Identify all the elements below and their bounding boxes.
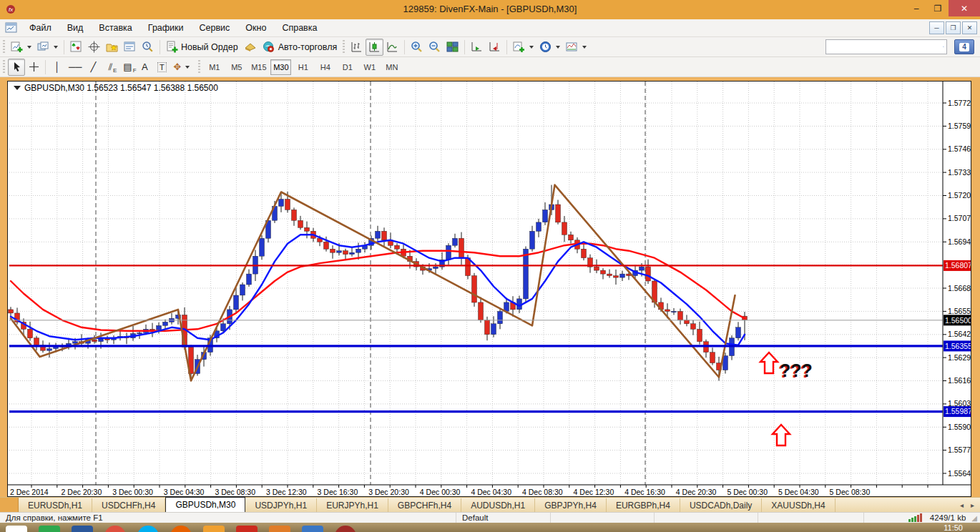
taskbar-icon-skype[interactable] xyxy=(137,526,159,532)
price-axis[interactable]: 1.577201.575901.574601.573301.572001.570… xyxy=(943,82,971,485)
chart-canvas[interactable]: 1.577201.575901.574601.573301.572001.570… xyxy=(8,82,971,496)
toolbar-grip[interactable] xyxy=(3,40,5,54)
taskbar-icon-chrome[interactable] xyxy=(104,526,126,532)
svg-text:4 Dec 20:30: 4 Dec 20:30 xyxy=(676,488,717,496)
text-label-tool-button[interactable]: T xyxy=(153,59,170,76)
window-minimize-button[interactable]: – xyxy=(906,0,927,16)
resize-grip-icon[interactable]: ◢ xyxy=(971,514,977,522)
window-maximize-button[interactable]: ❐ xyxy=(927,0,949,16)
new-order-button[interactable]: Новый Ордер xyxy=(163,39,241,56)
fibonacci-tool-button[interactable]: ▤F xyxy=(119,59,136,76)
toolbar-grip[interactable] xyxy=(343,40,345,54)
taskbar-icon-photos[interactable] xyxy=(203,526,225,532)
chart-tab-usdjpyh-h1[interactable]: USDJPYh,H1 xyxy=(245,498,317,512)
timeframe-h4[interactable]: H4 xyxy=(315,59,335,75)
search-icon[interactable] xyxy=(943,41,944,52)
chart-tab-eurusdh-h1[interactable]: EURUSDh,H1 xyxy=(19,498,92,512)
templ​ates-button[interactable] xyxy=(563,39,589,56)
menu-item-3[interactable]: Графики xyxy=(140,21,192,34)
mdi-close-button[interactable]: ✕ xyxy=(962,21,977,34)
menu-item-1[interactable]: Вид xyxy=(59,21,92,34)
cursor-tool-button[interactable] xyxy=(8,59,25,76)
terminal-button[interactable] xyxy=(121,39,139,56)
svg-text:5 Dec 04:30: 5 Dec 04:30 xyxy=(778,488,819,496)
taskbar-icon-settings[interactable] xyxy=(236,526,258,532)
timeframe-m1[interactable]: M1 xyxy=(204,59,225,75)
workspace: 1.577201.575901.574601.573301.572001.570… xyxy=(0,77,980,497)
chart-tab-usdcadh-daily[interactable]: USDCADh,Daily xyxy=(680,498,762,512)
svg-text:5 Dec 00:30: 5 Dec 00:30 xyxy=(727,488,768,496)
menu-item-0[interactable]: Файл xyxy=(21,21,59,34)
svg-text:3 Dec 12:30: 3 Dec 12:30 xyxy=(266,488,307,496)
status-profile[interactable]: Default xyxy=(456,513,551,523)
text-tool-button[interactable]: A xyxy=(136,59,153,76)
chart-tab-usdchfh-h4[interactable]: USDCHFh,H4 xyxy=(92,498,165,512)
taskbar-icon-firefox[interactable] xyxy=(170,526,192,532)
profiles-button[interactable] xyxy=(34,39,61,56)
auto-scroll-button[interactable] xyxy=(468,39,486,56)
menu-item-5[interactable]: Окно xyxy=(237,21,274,34)
trendline-tool-button[interactable]: ╱ xyxy=(84,59,102,76)
window-close-button[interactable]: ✕ xyxy=(949,0,980,16)
data-window-button[interactable] xyxy=(85,39,103,56)
tile-windows-button[interactable] xyxy=(444,39,461,56)
annotation-layer[interactable]: ?????? xyxy=(760,353,813,445)
timeframe-m15[interactable]: M15 xyxy=(248,59,269,75)
autotrade-button[interactable]: Авто-торговля xyxy=(260,39,340,56)
arrows-tool-button[interactable]: ✥ xyxy=(170,59,192,76)
periods-button[interactable] xyxy=(536,39,563,56)
candlestick-chart-type-button[interactable] xyxy=(366,39,383,56)
chart-tab-eurgbph-h4[interactable]: EURGBPh,H4 xyxy=(607,498,680,512)
zoom-in-button[interactable] xyxy=(408,39,426,56)
toolbar-grip[interactable] xyxy=(3,60,5,74)
chart-tab-eurjpyh-h1[interactable]: EURJPYh,H1 xyxy=(317,498,388,512)
time-axis[interactable]: 2 Dec 20142 Dec 20:303 Dec 00:303 Dec 04… xyxy=(8,485,971,496)
chart-tab-gbpchfh-h4[interactable]: GBPCHFh,H4 xyxy=(388,498,461,512)
metaeditor-button[interactable] xyxy=(241,39,260,56)
menu-item-4[interactable]: Сервис xyxy=(192,21,238,34)
indicators-button[interactable] xyxy=(510,39,536,56)
tabs-scroll-right-icon[interactable]: ▸ xyxy=(971,501,974,509)
timeframe-m5[interactable]: M5 xyxy=(226,59,247,75)
zoom-out-button[interactable] xyxy=(426,39,444,56)
taskbar-icon-calculator[interactable] xyxy=(302,526,323,532)
strategy-tester-button[interactable] xyxy=(139,39,157,56)
mdi-restore-button[interactable]: ❐ xyxy=(946,21,961,34)
taskbar-icon-word[interactable] xyxy=(72,526,93,532)
line-chart-type-button[interactable] xyxy=(383,39,401,56)
search-input[interactable] xyxy=(826,41,943,53)
new-chart-button[interactable] xyxy=(8,39,34,56)
zigzag-line xyxy=(11,185,735,381)
menu-item-6[interactable]: Справка xyxy=(274,21,325,34)
autotrade-icon xyxy=(263,41,275,53)
chart-shift-button[interactable] xyxy=(486,39,504,56)
market-watch-button[interactable] xyxy=(67,39,85,56)
vertical-line-tool-button[interactable]: │ xyxy=(49,59,66,76)
timeframe-d1[interactable]: D1 xyxy=(337,59,358,75)
taskbar-icon-start[interactable] xyxy=(6,526,27,532)
crosshair-tool-button[interactable] xyxy=(25,59,42,76)
chart-tab-audusdh-h1[interactable]: AUDUSDh,H1 xyxy=(461,498,535,512)
menu-item-2[interactable]: Вставка xyxy=(91,21,139,34)
toolbar-grip[interactable] xyxy=(198,60,200,74)
taskbar-icon-pattern[interactable] xyxy=(269,526,290,532)
svg-text:3 Dec 04:30: 3 Dec 04:30 xyxy=(164,488,205,496)
timeframe-h1[interactable]: H1 xyxy=(293,59,313,75)
taskbar-icon-metatrader[interactable] xyxy=(335,526,356,532)
svg-text:1.56290: 1.56290 xyxy=(948,353,971,362)
timeframe-m30[interactable]: M30 xyxy=(270,59,291,75)
horizontal-line-tool-button[interactable]: ── xyxy=(66,59,84,76)
channel-tool-button[interactable]: ⫽E xyxy=(102,59,119,76)
tabs-scroll-left-icon[interactable]: ◂ xyxy=(960,501,964,509)
chart-tab-gbpusdh-m30[interactable]: GBPUSDh,M30 xyxy=(165,497,245,512)
navigator-button[interactable] xyxy=(103,39,121,56)
bar-chart-type-button[interactable] xyxy=(348,39,366,56)
community-chat-button[interactable]: 4 xyxy=(954,39,974,54)
chart-tab-gbpjpyh-h4[interactable]: GBPJPYh,H4 xyxy=(535,498,607,512)
taskbar-icon-store[interactable] xyxy=(39,526,60,532)
timeframe-mn[interactable]: MN xyxy=(381,59,402,75)
mdi-minimize-button[interactable]: ─ xyxy=(929,21,944,34)
chart-tab-xauusdh-h4[interactable]: XAUUSDh,H4 xyxy=(762,498,835,512)
chart-window-icon xyxy=(5,22,18,34)
timeframe-w1[interactable]: W1 xyxy=(359,59,380,75)
